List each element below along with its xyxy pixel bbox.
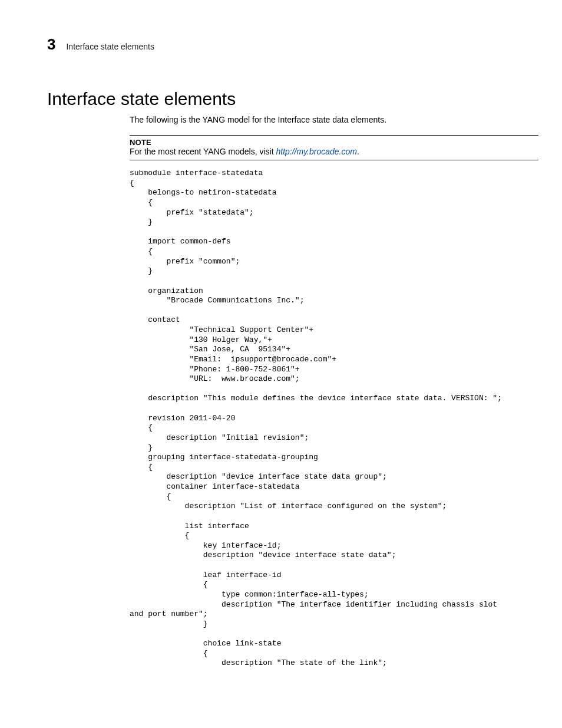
note-block: NOTE For the most recent YANG models, vi… xyxy=(130,135,538,160)
note-label: NOTE xyxy=(130,138,538,147)
note-text: For the most recent YANG models, visit h… xyxy=(130,147,538,156)
running-title: Interface state elements xyxy=(66,42,154,51)
page: 3 Interface state elements Interface sta… xyxy=(0,0,562,692)
body-content: The following is the YANG model for the … xyxy=(130,115,538,668)
note-text-suffix: . xyxy=(357,147,359,156)
code-block: submodule interface-statedata { belongs-… xyxy=(130,169,538,668)
intro-paragraph: The following is the YANG model for the … xyxy=(130,115,538,124)
note-text-prefix: For the most recent YANG models, visit xyxy=(130,147,276,156)
section-title: Interface state elements xyxy=(47,89,538,109)
running-header: 3 Interface state elements xyxy=(47,35,538,54)
note-link[interactable]: http://my.brocade.com xyxy=(276,147,356,156)
chapter-number: 3 xyxy=(47,35,55,54)
